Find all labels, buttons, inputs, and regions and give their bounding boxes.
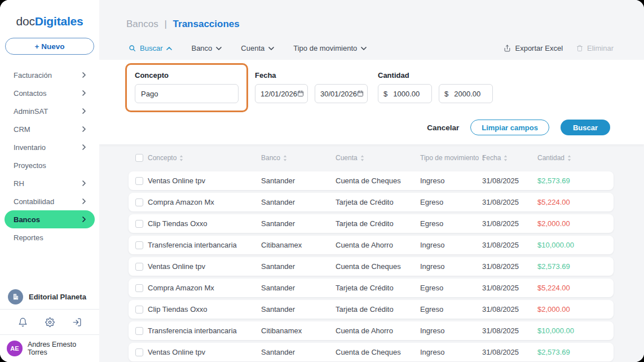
export-excel-button[interactable]: Exportar Excel [504,44,563,52]
row-checkbox[interactable] [135,241,143,249]
fecha-from-value: 12/01/2026 [261,90,297,98]
table-row[interactable]: Ventas Online tpv Santander Cuenta de Ch… [129,171,614,190]
cell-concepto: Ventas Online tpv [148,262,261,271]
breadcrumb-separator: | [164,19,166,29]
row-checkbox[interactable] [135,263,143,271]
tipo-movimiento-dropdown[interactable]: Tipo de movimiento [293,44,367,52]
row-checkbox[interactable] [135,220,143,228]
clear-fields-button[interactable]: Limpiar campos [470,120,549,135]
sort-icon [360,155,364,161]
col-cantidad[interactable]: Cantidad [537,154,614,162]
sidebar-item-contabilidad[interactable]: Contabilidad [5,192,95,210]
sidebar-item-rh[interactable]: RH [5,174,95,192]
gear-icon[interactable] [45,317,55,327]
concepto-input[interactable] [135,84,239,103]
chevron-right-icon [82,90,86,96]
table-row[interactable]: Compra Amazon Mx Santander Tarjeta de Cr… [129,279,614,297]
row-checkbox[interactable] [135,327,143,335]
table-row[interactable]: Clip Tiendas Oxxo Santander Tarjeta de C… [129,300,614,319]
select-all-checkbox[interactable] [135,154,143,162]
sidebar-item-label: Facturación [14,71,52,80]
cantidad-min-value: 1000.00 [393,90,420,98]
breadcrumb-parent[interactable]: Bancos [126,19,158,29]
row-checkbox[interactable] [135,306,143,314]
table-row[interactable]: Transferencia interbancaria Citibanamex … [129,236,614,254]
sidebar-item-label: AdminSAT [14,107,48,116]
bell-icon[interactable] [18,317,28,327]
main-content: Bancos | Transacciones Buscar Banco Cuen… [99,0,644,362]
banco-dropdown[interactable]: Banco [191,44,222,52]
calendar-icon[interactable] [297,90,304,97]
cantidad-min-input[interactable]: $ 1000.00 [378,84,432,103]
sidebar-item-label: Contactos [14,89,47,98]
cell-concepto: Clip Tiendas Oxxo [148,305,261,314]
cell-banco: Santander [261,176,336,185]
col-concepto[interactable]: Concepto [148,154,261,162]
user-menu[interactable]: AE Andres Ernesto Torres [0,335,99,362]
chevron-right-icon [82,144,86,150]
col-banco[interactable]: Banco [261,154,336,162]
sidebar-item-inventario[interactable]: Inventario [5,138,95,156]
cell-fecha: 31/08/2025 [482,284,537,292]
sidebar-item-facturacion[interactable]: Facturación [5,66,95,84]
cell-cuenta: Tarjeta de Crédito [336,305,420,314]
fecha-to-value: 30/01/2026 [320,90,357,98]
sidebar-item-reportes[interactable]: Reportes [5,228,95,246]
chevron-right-icon [82,217,86,222]
cell-cuenta: Tarjeta de Crédito [336,284,420,292]
new-button[interactable]: + Nuevo [5,38,94,55]
col-cuenta[interactable]: Cuenta [336,154,420,162]
logout-icon[interactable] [72,317,82,327]
table-actions: Exportar Excel Eliminar [504,44,614,52]
cell-concepto: Transferencia interbancaria [148,241,261,249]
search-filter-toggle[interactable]: Buscar [129,44,172,52]
cuenta-dropdown-label: Cuenta [241,44,264,52]
col-fecha[interactable]: Fecha [482,154,537,162]
row-checkbox[interactable] [135,177,143,185]
cuenta-dropdown[interactable]: Cuenta [241,44,274,52]
sidebar-item-label: CRM [14,125,30,134]
table-row[interactable]: Ventas Online tpv Santander Cuenta de Ch… [129,343,614,361]
cell-concepto: Ventas Online tpv [148,176,261,185]
cell-banco: Citibanamex [261,326,336,335]
row-checkbox[interactable] [135,284,143,292]
cell-cantidad: $2,573.69 [537,176,614,185]
row-checkbox[interactable] [135,348,143,356]
cell-banco: Santander [261,219,336,228]
col-tipo-movimiento[interactable]: Tipo de movimiento [420,154,482,162]
cantidad-field: Cantidad $ 1000.00 $ 2000.00 [378,63,493,103]
table-row[interactable]: Transferencia interbancaria Citibanamex … [129,321,614,340]
row-checkbox[interactable] [135,198,143,206]
calendar-icon[interactable] [357,90,364,97]
search-button[interactable]: Buscar [561,120,610,135]
delete-button[interactable]: Eliminar [576,44,614,52]
cantidad-max-input[interactable]: $ 2000.00 [439,84,493,103]
cancel-button[interactable]: Cancelar [427,123,459,132]
organization-name: Editorial Planeta [29,293,86,301]
sidebar-item-bancos[interactable]: Bancos [5,210,95,228]
fecha-from-input[interactable]: 12/01/2026 [255,84,308,103]
sidebar: docDigitales + Nuevo Facturación Contact… [0,0,99,362]
sidebar-item-crm[interactable]: CRM [5,120,95,138]
chevron-right-icon [82,108,86,114]
fecha-to-input[interactable]: 30/01/2026 [315,84,368,103]
concepto-label: Concepto [135,71,239,80]
table-row[interactable]: Ventas Online tpv Santander Cuenta de Ch… [129,257,614,276]
chevron-down-icon [361,47,367,50]
sidebar-item-contactos[interactable]: Contactos [5,84,95,102]
search-filter-label: Buscar [140,44,162,52]
organization-switcher[interactable]: Editorial Planeta [0,284,99,309]
cell-cuenta: Cuenta de Ahorro [336,326,420,335]
sidebar-item-proyectos[interactable]: Proyectos [5,156,95,174]
table-row[interactable]: Compra Amazon Mx Santander Tarjeta de Cr… [129,193,614,211]
sidebar-item-adminsat[interactable]: AdminSAT [5,102,95,120]
cell-cantidad: $2,000.00 [537,219,614,228]
chevron-right-icon [82,198,86,204]
chevron-right-icon [82,72,86,78]
cell-banco: Santander [261,348,336,356]
cell-cantidad: $5,224.00 [537,284,614,292]
cell-cuenta: Tarjeta de Crédito [336,219,420,228]
table-row[interactable]: Clip Tiendas Oxxo Santander Tarjeta de C… [129,214,614,233]
app-logo: docDigitales [16,15,83,28]
cell-tipo: Ingreso [420,176,482,185]
